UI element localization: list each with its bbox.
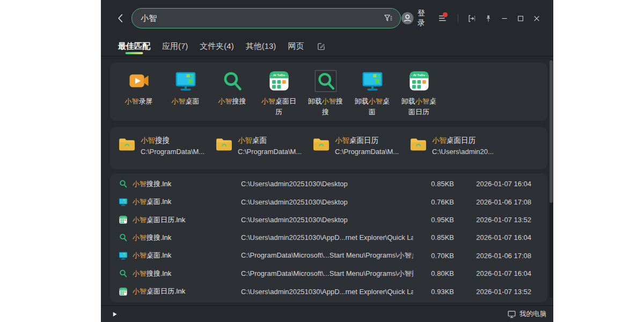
app-label: 小智录屏 bbox=[120, 96, 158, 107]
desktop-app-icon bbox=[361, 70, 384, 92]
statusbar: 我的电脑 bbox=[101, 305, 553, 322]
folder-icon bbox=[409, 136, 427, 152]
app-window: 小智 登录 最佳匹配 应用(7) 文件夹(4) 其他(13) 网页 小智录屏 bbox=[101, 0, 553, 322]
folder-path: C:\Users\admin20... bbox=[432, 146, 494, 157]
app-item[interactable]: 小智搜搜 bbox=[209, 70, 255, 121]
file-path: C:\Users\admin20251030\AppD...rnet Explo… bbox=[241, 233, 413, 241]
folder-item[interactable]: 小智桌面日历 C:\Users\admin20... bbox=[409, 135, 507, 169]
file-path: C:\Users\admin20251030\AppD...rnet Explo… bbox=[241, 288, 413, 296]
file-size: 0.76KB bbox=[416, 198, 454, 206]
file-path: C:\Users\admin20251030\Desktop bbox=[241, 180, 413, 188]
search-file-icon bbox=[119, 179, 128, 188]
folder-texts: 小智桌面日历 C:\ProgramData\M... bbox=[335, 135, 399, 157]
app-item[interactable]: 小智录屏 bbox=[115, 70, 162, 121]
folder-path: C:\ProgramData\M... bbox=[238, 146, 302, 157]
file-row[interactable]: 小智桌面.lnk C:\ProgramData\Microsoft\...Sta… bbox=[110, 247, 547, 265]
desktop-file-icon bbox=[119, 251, 128, 260]
dock-to-side-icon[interactable] bbox=[467, 13, 477, 24]
tab-best-match[interactable]: 最佳匹配 bbox=[118, 36, 150, 56]
my-computer-label: 我的电脑 bbox=[519, 310, 546, 319]
app-item[interactable]: 卸载小智桌面 bbox=[349, 70, 396, 121]
file-path: C:\Users\admin20251030\Desktop bbox=[241, 198, 413, 206]
calendar-file-icon: · AI ToDo · bbox=[119, 215, 128, 224]
desktop-file-icon bbox=[119, 197, 128, 207]
file-date: 2026-01-06 17:08 bbox=[457, 252, 531, 260]
svg-text:· AI ToDo ·: · AI ToDo · bbox=[120, 289, 127, 290]
files-result-card: 小智搜搜.lnk C:\Users\admin20251030\Desktop … bbox=[110, 173, 547, 302]
tab-folders[interactable]: 文件夹(4) bbox=[200, 36, 233, 56]
file-row[interactable]: · AI ToDo · 小智桌面日历.lnk C:\Users\admin202… bbox=[110, 211, 547, 229]
search-file-icon bbox=[119, 233, 128, 242]
pin-icon[interactable] bbox=[484, 14, 493, 23]
file-size: 0.70KB bbox=[416, 252, 454, 260]
file-name: 小智搜搜.lnk bbox=[133, 179, 238, 189]
app-item[interactable]: 小智桌面 bbox=[162, 70, 209, 121]
file-row[interactable]: 小智桌面.lnk C:\Users\admin20251030\Desktop … bbox=[110, 193, 547, 210]
file-date: 2026-01-07 13:52 bbox=[457, 216, 531, 224]
avatar-icon[interactable] bbox=[401, 11, 414, 25]
file-name: 小智搜搜.lnk bbox=[133, 233, 238, 243]
search-file-icon bbox=[119, 269, 128, 278]
search-input[interactable]: 小智 bbox=[131, 8, 400, 28]
expand-play-icon[interactable] bbox=[112, 311, 118, 317]
file-date: 2026-01-07 13:52 bbox=[457, 288, 531, 296]
svg-text:· AI ToDo ·: · AI ToDo · bbox=[271, 74, 287, 77]
folder-texts: 小智搜搜 C:\ProgramData\M... bbox=[141, 135, 204, 157]
titlebar: 小智 登录 bbox=[101, 0, 553, 36]
computer-icon bbox=[507, 310, 516, 319]
file-path: C:\Users\admin20251030\Desktop bbox=[241, 216, 413, 224]
app-item[interactable]: · AI ToDo · 小智桌面日历 bbox=[255, 70, 302, 121]
search-value[interactable]: 小智 bbox=[141, 13, 382, 24]
apps-result-card: 小智录屏 小智桌面 小智搜搜 · AI ToDo · 小智桌面日历 卸载小智搜搜… bbox=[110, 63, 547, 121]
file-date: 2026-01-06 17:08 bbox=[457, 198, 531, 206]
folder-name: 小智搜搜 bbox=[141, 135, 204, 146]
file-size: 0.95KB bbox=[416, 216, 454, 224]
file-row[interactable]: · AI ToDo · 小智桌面日历.lnk C:\Users\admin202… bbox=[110, 283, 547, 301]
notification-badge bbox=[443, 12, 448, 17]
tab-apps[interactable]: 应用(7) bbox=[162, 36, 188, 56]
file-row[interactable]: 小智搜搜.lnk C:\Users\admin20251030\AppD...r… bbox=[110, 229, 547, 246]
folders-result-card: 小智搜搜 C:\ProgramData\M... 小智桌面 C:\Program… bbox=[110, 127, 547, 169]
calendar-app-icon: · AI ToDo · bbox=[408, 70, 430, 92]
folder-name: 小智桌面日历 bbox=[432, 135, 494, 146]
maximize-icon[interactable] bbox=[516, 14, 525, 23]
folder-item[interactable]: 小智桌面 C:\ProgramData\M... bbox=[215, 135, 312, 169]
file-name: 小智桌面日历.lnk bbox=[133, 215, 238, 225]
edit-tabs-icon[interactable] bbox=[317, 42, 326, 51]
app-label: 小智桌面日历 bbox=[260, 96, 298, 118]
file-row[interactable]: 小智搜搜.lnk C:\ProgramData\Microsoft\...Sta… bbox=[110, 265, 547, 282]
folder-texts: 小智桌面 C:\ProgramData\M... bbox=[238, 135, 302, 157]
tab-others[interactable]: 其他(13) bbox=[246, 36, 276, 56]
file-name: 小智桌面.lnk bbox=[133, 251, 238, 260]
video-recorder-icon bbox=[128, 70, 150, 92]
app-item[interactable]: 卸载小智搜搜 bbox=[302, 70, 349, 121]
file-name: 小智桌面日历.lnk bbox=[133, 287, 238, 296]
folder-icon bbox=[215, 136, 233, 152]
filter-icon[interactable] bbox=[383, 13, 393, 24]
file-date: 2026-01-07 16:04 bbox=[457, 180, 531, 188]
login-button[interactable]: 登录 bbox=[418, 9, 431, 28]
file-row[interactable]: 小智搜搜.lnk C:\Users\admin20251030\Desktop … bbox=[110, 175, 547, 193]
folder-name: 小智桌面 bbox=[238, 135, 302, 146]
svg-text:· AI ToDo ·: · AI ToDo · bbox=[120, 217, 127, 218]
folder-item[interactable]: 小智桌面日历 C:\ProgramData\M... bbox=[312, 135, 409, 169]
my-computer-button[interactable]: 我的电脑 bbox=[507, 310, 546, 319]
app-label: 卸载小智搜搜 bbox=[307, 96, 345, 118]
close-icon[interactable] bbox=[532, 14, 541, 23]
app-item[interactable]: · AI ToDo · 卸载小智桌面日历 bbox=[396, 70, 442, 121]
file-name: 小智桌面.lnk bbox=[133, 197, 238, 207]
folder-texts: 小智桌面日历 C:\Users\admin20... bbox=[432, 135, 494, 157]
file-path: C:\ProgramData\Microsoft\...Start Menu\P… bbox=[241, 251, 413, 260]
titlebar-controls: 登录 bbox=[401, 9, 545, 28]
tab-web[interactable]: 网页 bbox=[288, 36, 304, 56]
minimize-icon[interactable] bbox=[500, 14, 509, 23]
folder-item[interactable]: 小智搜搜 C:\ProgramData\M... bbox=[118, 135, 215, 169]
file-size: 0.85KB bbox=[416, 233, 454, 241]
scrollbar-thumb[interactable] bbox=[550, 60, 553, 203]
uninstall-search-icon bbox=[314, 70, 337, 92]
app-label: 小智桌面 bbox=[167, 96, 204, 107]
file-size: 0.80KB bbox=[416, 269, 454, 277]
calendar-app-icon: · AI ToDo · bbox=[268, 70, 290, 92]
calendar-file-icon: · AI ToDo · bbox=[119, 287, 128, 296]
back-icon[interactable] bbox=[115, 12, 126, 24]
